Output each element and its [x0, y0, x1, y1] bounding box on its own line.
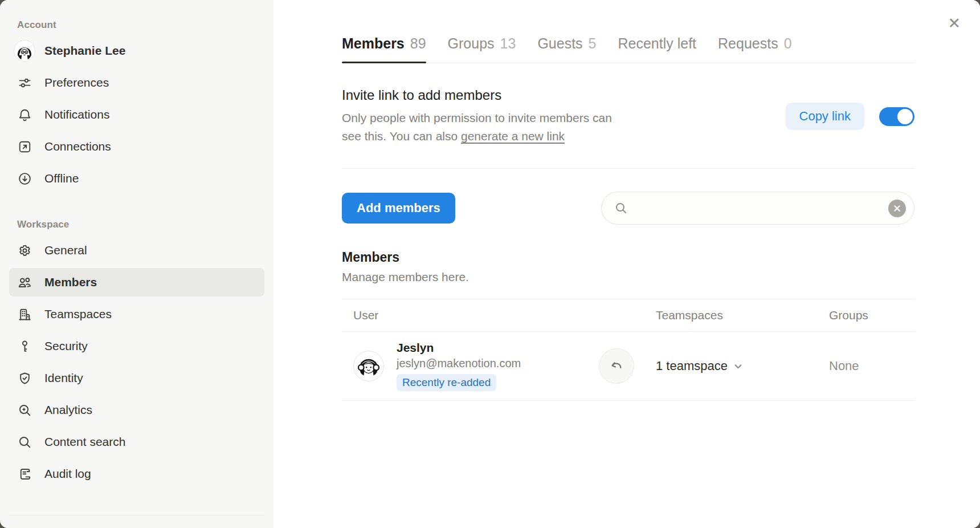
invite-link-text: Invite link to add members Only people w…	[342, 87, 612, 145]
sidebar-item-teamspaces[interactable]: Teamspaces	[9, 300, 264, 328]
sidebar-section-title-account: Account	[9, 19, 264, 31]
invite-link-section: Invite link to add members Only people w…	[342, 87, 914, 145]
key-icon	[16, 338, 33, 355]
member-avatar	[353, 351, 384, 381]
members-section-title: Members	[342, 250, 914, 265]
sidebar-item-label: Teamspaces	[44, 307, 112, 321]
sidebar-item-preferences[interactable]: Preferences	[9, 68, 264, 97]
sidebar-item-label: Audit log	[44, 467, 91, 481]
clear-x-icon	[893, 205, 901, 212]
copy-link-button[interactable]: Copy link	[786, 103, 864, 130]
close-icon[interactable]: ✕	[948, 16, 961, 31]
invite-link-controls: Copy link	[786, 103, 914, 130]
sidebar-item-label: Offline	[44, 172, 79, 185]
members-tabs: Members 89 Groups 13 Guests 5 Recently l…	[342, 35, 914, 63]
people-icon	[16, 274, 33, 291]
member-search-box[interactable]	[601, 192, 914, 225]
magnifier-sparkle-icon	[16, 401, 33, 419]
settings-dialog: Account Stephanie Lee	[0, 0, 980, 528]
generate-new-link[interactable]: generate a new link	[461, 129, 565, 143]
user-avatar	[14, 40, 35, 62]
sidebar-item-content-search[interactable]: Content search	[9, 428, 264, 456]
sidebar-item-audit-log[interactable]: Audit log	[9, 460, 264, 488]
teamspaces-dropdown[interactable]: 1 teamspace	[656, 359, 829, 373]
user-cell: Jeslyn jeslyn@makenotion.com Recently re…	[342, 341, 656, 391]
table-header: User Teamspaces Groups	[342, 299, 914, 332]
scroll-icon	[16, 465, 33, 482]
tab-groups[interactable]: Groups 13	[448, 35, 516, 63]
members-section-subtitle: Manage members here.	[342, 270, 914, 284]
members-table: User Teamspaces Groups	[342, 299, 914, 401]
column-header-teamspaces: Teamspaces	[656, 308, 829, 322]
gear-icon	[16, 242, 33, 259]
sidebar-item-label: Connections	[44, 140, 111, 153]
sidebar-item-label: Security	[44, 339, 88, 353]
bell-icon	[16, 106, 33, 123]
member-name: Jeslyn	[397, 341, 521, 355]
arrow-out-box-icon	[16, 138, 33, 155]
column-header-groups: Groups	[829, 308, 914, 322]
groups-cell: None	[829, 359, 914, 373]
column-header-user: User	[342, 308, 656, 322]
sliders-icon	[16, 74, 33, 91]
shield-check-icon	[16, 369, 33, 387]
sidebar-item-label: Stephanie Lee	[44, 44, 125, 58]
settings-sidebar: Account Stephanie Lee	[0, 0, 273, 528]
undo-readd-button[interactable]	[599, 348, 634, 384]
invite-link-title: Invite link to add members	[342, 87, 612, 103]
sidebar-item-label: Identity	[44, 371, 83, 385]
sidebar-item-label: General	[44, 243, 87, 257]
tab-members[interactable]: Members 89	[342, 35, 426, 63]
sidebar-item-label: Preferences	[44, 76, 109, 90]
member-status-badge: Recently re-added	[397, 374, 496, 391]
tab-recently-left[interactable]: Recently left	[618, 35, 696, 63]
magnifier-icon	[16, 433, 33, 450]
sidebar-item-general[interactable]: General	[9, 236, 264, 265]
sidebar-item-label: Content search	[44, 435, 125, 449]
invite-link-description: Only people with permission to invite me…	[342, 109, 612, 145]
tab-requests[interactable]: Requests 0	[718, 35, 792, 63]
table-row: Jeslyn jeslyn@makenotion.com Recently re…	[342, 332, 914, 401]
sidebar-item-connections[interactable]: Connections	[9, 132, 264, 161]
add-members-button[interactable]: Add members	[342, 193, 455, 224]
sidebar-item-identity[interactable]: Identity	[9, 364, 264, 392]
search-clear-button[interactable]	[888, 200, 906, 217]
toggle-knob	[897, 109, 913, 124]
building-icon	[16, 306, 33, 323]
search-icon	[614, 201, 628, 215]
sidebar-item-offline[interactable]: Offline	[9, 164, 264, 193]
sidebar-item-security[interactable]: Security	[9, 332, 264, 360]
sidebar-divider	[9, 515, 264, 515]
sidebar-item-analytics[interactable]: Analytics	[9, 396, 264, 424]
sidebar-item-label: Analytics	[44, 403, 92, 417]
section-divider	[342, 168, 914, 169]
sidebar-item-members[interactable]: Members	[9, 268, 264, 297]
download-circle-icon	[16, 170, 33, 187]
chevron-down-icon	[733, 362, 743, 371]
sidebar-item-label: Members	[44, 275, 97, 289]
members-settings-panel: ✕ Members 89 Groups 13 Guests 5 Recently…	[273, 0, 980, 528]
sidebar-item-account-profile[interactable]: Stephanie Lee	[9, 36, 264, 65]
sidebar-section-title-workspace: Workspace	[9, 219, 264, 230]
member-search-input[interactable]	[636, 201, 880, 215]
tab-guests[interactable]: Guests 5	[537, 35, 596, 63]
member-info: Jeslyn jeslyn@makenotion.com Recently re…	[397, 341, 521, 391]
invite-link-toggle[interactable]	[879, 107, 914, 126]
sidebar-item-notifications[interactable]: Notifications	[9, 100, 264, 129]
undo-icon	[609, 359, 624, 373]
members-toolbar: Add members	[342, 192, 914, 225]
member-email: jeslyn@makenotion.com	[397, 357, 521, 370]
sidebar-item-label: Notifications	[44, 108, 109, 121]
